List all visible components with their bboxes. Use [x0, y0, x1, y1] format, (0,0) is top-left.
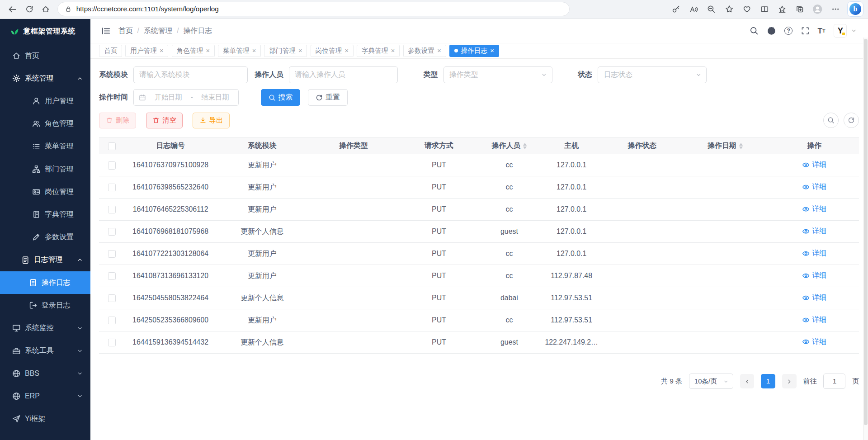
- clear-button[interactable]: 清空: [146, 113, 183, 129]
- status-select[interactable]: 日志状态: [598, 66, 707, 83]
- help-icon[interactable]: [784, 27, 793, 35]
- tab-user-mgmt[interactable]: 用户管理: [125, 45, 168, 57]
- detail-link[interactable]: 详细: [802, 249, 826, 258]
- tab-menu-mgmt[interactable]: 菜单管理: [218, 45, 261, 57]
- read-aloud-icon[interactable]: [685, 1, 702, 17]
- sidebar-item-log-mgmt[interactable]: 日志管理: [0, 249, 90, 271]
- tab-operation-log[interactable]: 操作日志: [449, 45, 499, 57]
- tab-param-settings[interactable]: 参数设置: [403, 45, 446, 57]
- back-icon[interactable]: [5, 1, 21, 17]
- sidebar-item-menu-mgmt[interactable]: 菜单管理: [0, 135, 90, 158]
- detail-link[interactable]: 详细: [802, 315, 826, 325]
- browser-essentials-icon[interactable]: [739, 1, 755, 17]
- refresh-button[interactable]: [844, 113, 859, 128]
- profile-avatar[interactable]: [809, 1, 826, 17]
- sidebar-item-dict-mgmt[interactable]: 字典管理: [0, 203, 90, 226]
- vertical-scrollbar[interactable]: [863, 38, 868, 440]
- row-checkbox[interactable]: [108, 317, 116, 324]
- sidebar-item-login-log[interactable]: 登录日志: [0, 294, 90, 317]
- sidebar-item-bbs[interactable]: BBS: [0, 362, 90, 385]
- row-checkbox[interactable]: [108, 250, 116, 258]
- detail-link[interactable]: 详细: [802, 182, 826, 192]
- sidebar-item-dept-mgmt[interactable]: 部门管理: [0, 158, 90, 180]
- row-checkbox[interactable]: [108, 339, 116, 346]
- sidebar-item-user-mgmt[interactable]: 用户管理: [0, 90, 90, 112]
- close-icon[interactable]: [490, 47, 494, 54]
- home-icon[interactable]: [38, 1, 54, 17]
- tab-home[interactable]: 首页: [99, 45, 122, 57]
- page-1-button[interactable]: 1: [761, 374, 775, 388]
- close-icon[interactable]: [344, 47, 349, 54]
- sidebar-item-param-settings[interactable]: 参数设置: [0, 226, 90, 249]
- sidebar-item-role-mgmt[interactable]: 角色管理: [0, 113, 90, 135]
- next-page-button[interactable]: [782, 374, 797, 388]
- sidebar-item-system-tools[interactable]: 系统工具: [0, 340, 90, 362]
- close-icon[interactable]: [391, 47, 395, 54]
- sort-icons[interactable]: [523, 143, 527, 149]
- favorites-bar-icon[interactable]: [774, 1, 791, 17]
- detail-link[interactable]: 详细: [802, 160, 826, 170]
- sidebar-item-yi-framework[interactable]: Yi框架: [0, 407, 90, 430]
- github-icon[interactable]: [767, 26, 776, 36]
- collections-icon[interactable]: [792, 1, 808, 17]
- date-range-input[interactable]: 开始日期 - 结束日期: [133, 89, 239, 106]
- reset-button[interactable]: 重置: [308, 89, 348, 106]
- goto-page-input[interactable]: [823, 374, 845, 389]
- close-icon[interactable]: [160, 47, 164, 54]
- sidebar-item-erp[interactable]: ERP: [0, 385, 90, 407]
- detail-link[interactable]: 详细: [802, 204, 826, 214]
- detail-link[interactable]: 详细: [802, 293, 826, 303]
- tab-role-mgmt[interactable]: 角色管理: [172, 45, 215, 57]
- export-button[interactable]: 导出: [193, 113, 230, 129]
- delete-button[interactable]: 删除: [99, 113, 136, 129]
- menu-fold-icon[interactable]: [101, 26, 111, 36]
- zoom-icon[interactable]: [703, 1, 720, 17]
- close-icon[interactable]: [252, 47, 256, 54]
- refresh-icon[interactable]: [21, 1, 38, 17]
- key-icon[interactable]: [668, 1, 684, 17]
- address-bar[interactable]: https://ccnetcore.com:1101/system/log/op…: [57, 2, 570, 16]
- fullscreen-icon[interactable]: [801, 27, 809, 35]
- sort-icons[interactable]: [739, 143, 743, 149]
- row-checkbox[interactable]: [108, 184, 116, 191]
- user-avatar[interactable]: [834, 24, 847, 37]
- column-header-date[interactable]: 操作日期: [681, 137, 769, 154]
- row-checkbox[interactable]: [108, 228, 116, 236]
- chevron-down-icon[interactable]: [851, 28, 857, 33]
- operator-input[interactable]: [289, 66, 398, 83]
- split-screen-icon[interactable]: [756, 1, 773, 17]
- sidebar-item-system-monitor[interactable]: 系统监控: [0, 317, 90, 339]
- tab-post-mgmt[interactable]: 岗位管理: [311, 45, 354, 57]
- row-checkbox[interactable]: [108, 206, 116, 213]
- scrollbar-thumb[interactable]: [864, 39, 867, 426]
- detail-link[interactable]: 详细: [802, 337, 826, 347]
- tab-dept-mgmt[interactable]: 部门管理: [264, 45, 307, 57]
- sidebar-item-operation-log[interactable]: 操作日志: [0, 271, 90, 294]
- sidebar-item-post-mgmt[interactable]: 岗位管理: [0, 180, 90, 203]
- type-select[interactable]: 操作类型: [443, 66, 552, 83]
- prev-page-button[interactable]: [740, 374, 755, 388]
- close-icon[interactable]: [206, 47, 210, 54]
- tab-dict-mgmt[interactable]: 字典管理: [357, 45, 400, 57]
- detail-link[interactable]: 详细: [802, 227, 826, 236]
- breadcrumb-system-mgmt[interactable]: 系统管理: [144, 26, 173, 36]
- copilot-icon[interactable]: [847, 1, 864, 17]
- page-size-select[interactable]: 10条/页: [689, 374, 733, 389]
- sidebar-item-home[interactable]: 首页: [0, 44, 90, 67]
- select-all-checkbox[interactable]: [108, 142, 116, 150]
- breadcrumb-home[interactable]: 首页: [118, 26, 133, 36]
- column-header-operator[interactable]: 操作人员: [479, 137, 540, 154]
- more-menu-icon[interactable]: [827, 1, 844, 17]
- search-button[interactable]: 搜索: [261, 89, 301, 106]
- close-icon[interactable]: [437, 47, 441, 54]
- search-toggle-button[interactable]: [823, 113, 839, 128]
- module-input[interactable]: [133, 66, 248, 83]
- close-icon[interactable]: [298, 47, 302, 54]
- font-size-icon[interactable]: [818, 26, 826, 36]
- detail-link[interactable]: 详细: [802, 271, 826, 280]
- favorites-add-icon[interactable]: [721, 1, 737, 17]
- row-checkbox[interactable]: [108, 294, 116, 302]
- search-icon[interactable]: [750, 26, 759, 35]
- sidebar-item-system-mgmt[interactable]: 系统管理: [0, 67, 90, 90]
- row-checkbox[interactable]: [108, 272, 116, 280]
